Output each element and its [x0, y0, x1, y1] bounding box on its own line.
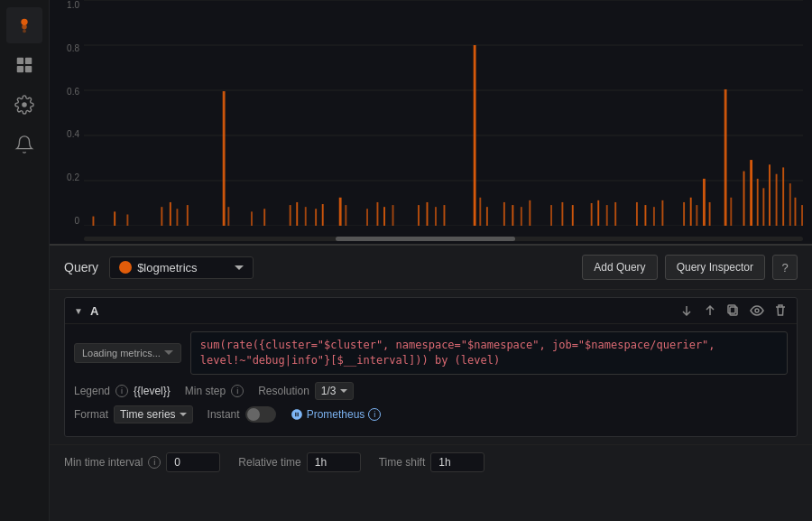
svg-rect-36 — [418, 205, 420, 226]
datasource-dot — [119, 261, 132, 274]
sidebar-icon-settings[interactable] — [6, 87, 42, 123]
expression-row: Loading metrics... sum(rate({cluster="$c… — [74, 331, 788, 375]
sidebar-icon-alerts[interactable] — [6, 126, 42, 163]
svg-rect-39 — [444, 205, 446, 226]
instant-label: Instant — [208, 408, 240, 421]
time-shift-input[interactable] — [430, 452, 484, 472]
svg-rect-73 — [795, 198, 797, 226]
legend-row: Legend i {{level}} Min step i Resolution… — [74, 382, 788, 400]
move-down-icon[interactable] — [679, 303, 694, 318]
svg-rect-40 — [474, 45, 476, 226]
sidebar-icon-dashboard[interactable] — [6, 47, 42, 83]
move-up-icon[interactable] — [703, 303, 717, 318]
query-block-a: ▼ A — [64, 297, 798, 437]
svg-rect-14 — [92, 217, 94, 226]
svg-rect-17 — [161, 207, 162, 226]
svg-rect-22 — [227, 207, 229, 226]
collapse-arrow-icon[interactable]: ▼ — [74, 306, 83, 316]
datasource-selector[interactable]: $logmetrics — [109, 256, 254, 279]
query-expression[interactable]: sum(rate({cluster="$cluster", namespace=… — [190, 331, 788, 375]
chart-scrollbar[interactable] — [84, 235, 803, 242]
relative-time-label: Relative time — [238, 456, 300, 469]
legend-info-icon[interactable]: i — [115, 385, 128, 397]
svg-rect-68 — [762, 188, 764, 226]
svg-rect-18 — [170, 202, 171, 226]
relative-time-input[interactable] — [307, 452, 361, 472]
svg-rect-65 — [743, 172, 745, 226]
svg-rect-45 — [521, 207, 522, 226]
min-time-group: Min time interval i — [64, 452, 220, 472]
svg-rect-37 — [427, 202, 429, 226]
format-label: Format — [74, 408, 108, 421]
resolution-select[interactable]: 1/3 — [315, 382, 354, 400]
metric-selector[interactable]: Loading metrics... — [74, 343, 181, 363]
svg-rect-31 — [345, 205, 346, 226]
query-inspector-button[interactable]: Query Inspector — [665, 255, 765, 280]
time-shift-label: Time shift — [379, 456, 426, 469]
toggle-knob — [247, 408, 260, 421]
min-time-input[interactable] — [166, 452, 220, 472]
prometheus-info-icon[interactable]: i — [368, 408, 381, 421]
svg-rect-35 — [392, 205, 394, 226]
y-label-1-0: 1.0 — [67, 0, 79, 10]
metric-chevron-icon — [164, 350, 173, 355]
prometheus-link[interactable]: Prometheus i — [291, 408, 382, 421]
svg-rect-66 — [750, 160, 752, 226]
chart-area: 1.0 0.8 0.6 0.4 0.2 0 — [50, 0, 812, 244]
svg-rect-5 — [17, 66, 23, 72]
toggle-visibility-icon[interactable] — [750, 303, 764, 318]
legend-group: Legend i {{level}} — [74, 385, 171, 397]
y-label-0-4: 0.4 — [67, 129, 79, 139]
bottom-options: Min time interval i Relative time Time s… — [50, 444, 812, 479]
svg-rect-15 — [114, 211, 115, 226]
svg-rect-58 — [683, 202, 685, 226]
chevron-down-icon — [235, 265, 244, 270]
svg-point-1 — [22, 24, 27, 30]
resolution-group: Resolution 1/3 — [258, 382, 353, 400]
help-button[interactable]: ? — [772, 255, 798, 280]
format-select[interactable]: Time series — [114, 405, 193, 423]
svg-rect-27 — [305, 207, 307, 226]
svg-point-0 — [21, 19, 27, 25]
svg-rect-41 — [479, 198, 481, 226]
prometheus-icon — [291, 408, 303, 421]
header-actions: Add Query Query Inspector ? — [582, 255, 798, 280]
query-letter: A — [90, 304, 98, 318]
query-header: Query $logmetrics Add Query Query Inspec… — [50, 246, 812, 290]
copy-icon[interactable] — [726, 303, 741, 318]
legend-value[interactable]: {{level}} — [134, 385, 171, 397]
prometheus-label: Prometheus — [307, 408, 365, 421]
svg-rect-69 — [769, 164, 770, 226]
svg-rect-49 — [572, 205, 574, 226]
svg-point-2 — [23, 30, 26, 33]
sidebar — [0, 0, 50, 521]
svg-rect-57 — [661, 200, 663, 226]
resolution-value: 1/3 — [321, 385, 337, 397]
legend-label: Legend — [74, 385, 110, 397]
instant-group: Instant — [208, 406, 276, 423]
query-block-header: ▼ A — [65, 298, 797, 324]
svg-point-7 — [22, 102, 27, 107]
format-chevron-icon — [180, 413, 187, 416]
svg-rect-56 — [653, 207, 655, 226]
loading-metrics-label: Loading metrics... — [82, 348, 161, 358]
add-query-button[interactable]: Add Query — [582, 255, 657, 280]
svg-rect-70 — [776, 174, 778, 226]
min-time-label: Min time interval — [64, 456, 143, 469]
delete-query-icon[interactable] — [773, 303, 788, 318]
svg-rect-20 — [187, 205, 189, 226]
sidebar-icon-explore[interactable] — [6, 7, 42, 43]
svg-rect-4 — [25, 58, 32, 64]
query-body: Loading metrics... sum(rate({cluster="$c… — [65, 324, 797, 436]
min-time-info-icon[interactable]: i — [148, 456, 161, 469]
min-step-info-icon[interactable]: i — [231, 385, 244, 397]
svg-rect-62 — [709, 202, 711, 226]
svg-rect-61 — [703, 179, 706, 226]
query-panel: Query $logmetrics Add Query Query Inspec… — [50, 244, 812, 521]
y-label-0-6: 0.6 — [67, 87, 79, 97]
svg-rect-26 — [296, 202, 298, 226]
instant-toggle[interactable] — [245, 406, 276, 423]
chart-inner — [84, 0, 803, 226]
svg-rect-34 — [383, 207, 385, 226]
svg-rect-3 — [17, 58, 23, 64]
